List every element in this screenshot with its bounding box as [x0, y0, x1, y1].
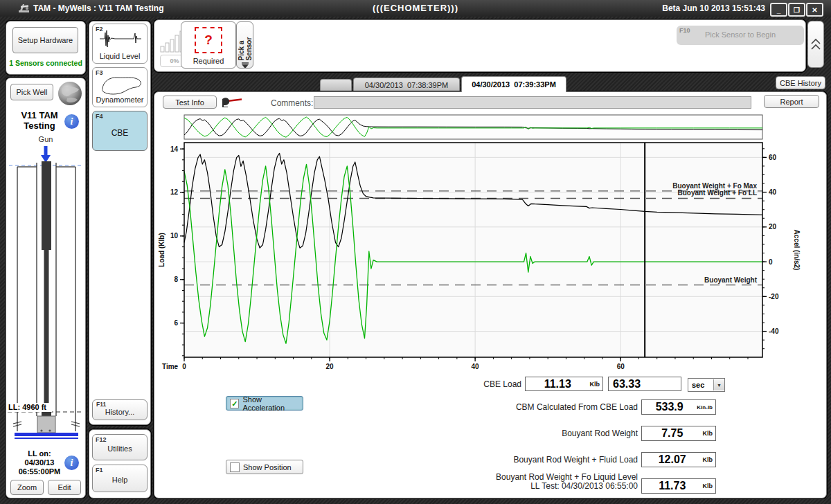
pick-a-sensor-button[interactable]: Pick a Sensor — [236, 21, 253, 69]
cbe-history-label: CBE History — [780, 79, 821, 87]
f10-label: Pick Sensor to Begin — [677, 30, 804, 39]
test-info-button[interactable]: Test Info — [163, 96, 217, 109]
cbe-chart[interactable]: Buoyant Weight + Fo MaxBuoyant Weight + … — [154, 111, 826, 375]
liquid-level-depth: LL: 4960 ft — [8, 403, 46, 411]
comments-input[interactable] — [314, 96, 751, 109]
build-version: Beta Jun 10 2013 15:51:43 — [627, 3, 765, 13]
dynamometer-icon — [97, 73, 144, 96]
utilities-label: Utilities — [107, 444, 132, 453]
hardware-panel: Setup Hardware 1 Sensors connected — [6, 21, 86, 75]
show-position-toggle[interactable]: Show Position — [226, 460, 303, 474]
mode-panel: F2 Liquid Level F3 Dynamometer F4 CBE F1… — [89, 21, 151, 425]
close-button[interactable]: ✕ — [806, 3, 823, 17]
title-bar: TAM - MyWells : V11 TAM Testing (((ECHOM… — [0, 0, 831, 17]
svg-text:-20: -20 — [769, 293, 779, 300]
setup-hardware-label: Setup Hardware — [18, 36, 73, 44]
liquid-level-line — [15, 433, 78, 436]
help-button[interactable]: F1 Help — [92, 465, 148, 492]
tab-stub[interactable] — [320, 79, 352, 91]
restore-button[interactable]: ❐ — [788, 3, 805, 17]
required-question-icon: ? — [195, 27, 222, 53]
cbe-load-field[interactable]: 11.13 Klb — [525, 377, 603, 391]
show-acceleration-toggle[interactable]: ✓ Show Acceleration — [226, 396, 303, 411]
help-label: Help — [112, 476, 128, 484]
info-icon: i — [71, 458, 73, 469]
history-label: History... — [105, 408, 135, 416]
svg-text:40: 40 — [769, 188, 777, 196]
collapse-toolbar-button[interactable] — [807, 21, 824, 68]
restore-icon: ❐ — [794, 6, 800, 14]
tab-test-0739[interactable]: 04/30/2013 07:39:33PM — [461, 76, 566, 92]
svg-text:Buoyant Weight: Buoyant Weight — [704, 276, 758, 284]
pump — [37, 416, 55, 433]
cbe-history-button[interactable]: CBE History — [776, 76, 825, 89]
svg-text:10: 10 — [170, 232, 179, 240]
close-icon: ✕ — [812, 6, 817, 14]
svg-text:60: 60 — [769, 154, 777, 161]
svg-text:0: 0 — [769, 258, 773, 266]
minimize-button[interactable]: _ — [770, 3, 787, 17]
brw-fluid-field[interactable]: 12.07 Klb — [641, 452, 716, 467]
svg-text:Buoyant Weight + Fo LL: Buoyant Weight + Fo LL — [677, 189, 757, 197]
svg-text:12: 12 — [170, 188, 179, 196]
minimize-icon: _ — [777, 6, 781, 14]
utilities-button[interactable]: F12 Utilities — [92, 434, 148, 460]
ll-on-text: LL on: 04/30/13 06:55:00PM — [6, 449, 73, 476]
svg-text:Buoyant Weight + Fo Max: Buoyant Weight + Fo Max — [672, 182, 757, 190]
cbe-label: CBE — [93, 128, 147, 138]
polished-rod-transducer-icon — [221, 96, 243, 107]
svg-text:14: 14 — [170, 145, 179, 153]
report-label: Report — [780, 98, 803, 106]
zoom-button[interactable]: Zoom — [10, 480, 44, 495]
setup-hardware-button[interactable]: Setup Hardware — [12, 27, 78, 53]
time-unit-dropdown[interactable]: sec ▼ — [688, 378, 725, 392]
brw-fo-field[interactable]: 11.73 Klb — [641, 478, 716, 494]
edit-button[interactable]: Edit — [48, 480, 81, 495]
dropdown-arrow-icon: ▼ — [713, 379, 724, 390]
f4-key: F4 — [96, 113, 103, 120]
rod-string — [42, 161, 51, 250]
sensor-toolbar: 0% ? Required Pick a Sensor F10 Pick Sen… — [154, 19, 806, 72]
unchecked-checkbox-icon — [230, 462, 240, 472]
pick-well-button[interactable]: Pick Well — [10, 84, 53, 100]
well-schematic: LL: 4960 ft — [6, 145, 85, 445]
test-info-label: Test Info — [175, 98, 204, 107]
brw-fo-label: Bouyant Rod Weight + Fo Liquid Level LL … — [431, 473, 638, 491]
svg-text:Time: Time — [162, 363, 179, 370]
svg-text:Accel (in/s2): Accel (in/s2) — [793, 230, 801, 271]
f10-pick-sensor-button[interactable]: F10 Pick Sensor to Begin — [677, 26, 804, 45]
comments-label: Comments: — [271, 98, 313, 108]
svg-text:Load (Klb): Load (Klb) — [158, 233, 166, 267]
history-button[interactable]: F11 History... — [92, 399, 148, 420]
well-info-button[interactable]: i — [64, 114, 79, 129]
report-button[interactable]: Report — [764, 95, 819, 108]
cbe-load-label: CBE Load — [418, 379, 521, 389]
brw-label: Bouyant Rod Weight — [431, 429, 638, 438]
f11-key: F11 — [96, 401, 106, 408]
info-icon: i — [71, 116, 73, 127]
gun-label: Gun — [6, 135, 85, 143]
zoom-label: Zoom — [17, 483, 37, 492]
f10-key: F10 — [679, 27, 690, 34]
arrow-down-icon — [241, 62, 249, 68]
application-window: TAM - MyWells : V11 TAM Testing (((ECHOM… — [0, 0, 831, 504]
f1-key: F1 — [96, 467, 103, 474]
cbm-field[interactable]: 533.9 Kin-lb — [641, 399, 716, 415]
svg-text:0: 0 — [182, 363, 186, 370]
tab-test-0738[interactable]: 04/30/2013 07:38:39PM — [353, 78, 460, 91]
svg-text:40: 40 — [472, 363, 480, 370]
svg-text:8: 8 — [174, 276, 178, 283]
well-name: V11 TAM Testing — [6, 110, 73, 131]
ll-info-button[interactable]: i — [64, 456, 79, 470]
cbe-main-panel: Test Info Comments: Report Buoyant Weigh… — [154, 91, 827, 498]
dynamometer-label: Dynamometer — [93, 96, 147, 104]
required-sensor-button[interactable]: ? Required — [181, 21, 236, 69]
well-panel: Pick Well V11 TAM Testing i Gun — [6, 78, 86, 498]
globe-icon — [56, 80, 84, 107]
tab-liquid-level[interactable]: F2 Liquid Level — [92, 24, 148, 64]
cbe-time-field[interactable]: 63.33 — [608, 377, 681, 391]
brw-field[interactable]: 7.75 Klb — [641, 426, 716, 441]
tab-dynamometer[interactable]: F3 Dynamometer — [92, 67, 148, 107]
required-label: Required — [193, 57, 224, 65]
tab-cbe[interactable]: F4 CBE — [92, 111, 148, 151]
